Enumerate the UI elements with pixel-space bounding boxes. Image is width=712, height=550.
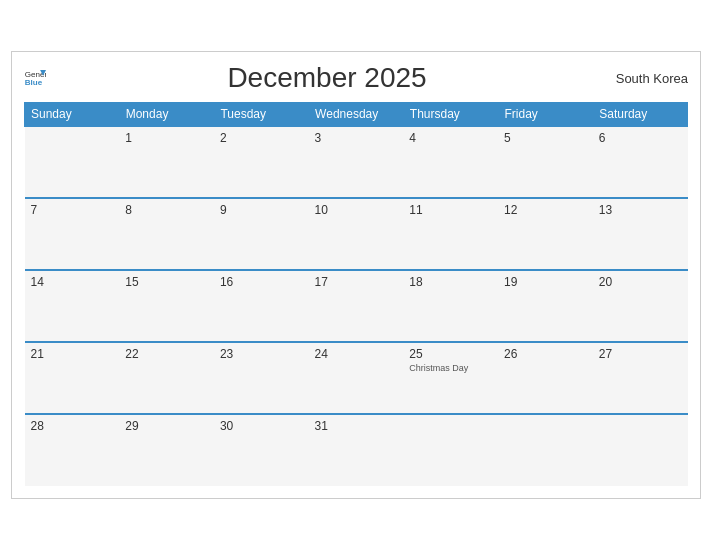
table-row: 19 [498,270,593,342]
day-number: 19 [504,275,587,289]
calendar-header: General Blue December 2025 South Korea [24,62,688,94]
day-number: 7 [31,203,114,217]
day-number: 6 [599,131,682,145]
table-row: 12 [498,198,593,270]
table-row: 25Christmas Day [403,342,498,414]
day-number: 31 [315,419,398,433]
table-row: 16 [214,270,309,342]
table-row: 1 [119,126,214,198]
calendar-header-row: Sunday Monday Tuesday Wednesday Thursday… [25,103,688,127]
table-row: 7 [25,198,120,270]
table-row: 29 [119,414,214,486]
day-number: 14 [31,275,114,289]
table-row: 14 [25,270,120,342]
holiday-label: Christmas Day [409,363,492,373]
table-row: 27 [593,342,688,414]
table-row: 9 [214,198,309,270]
col-thursday: Thursday [403,103,498,127]
day-number: 10 [315,203,398,217]
table-row: 11 [403,198,498,270]
day-number: 2 [220,131,303,145]
table-row [403,414,498,486]
col-saturday: Saturday [593,103,688,127]
day-number: 4 [409,131,492,145]
day-number: 1 [125,131,208,145]
table-row [593,414,688,486]
day-number: 13 [599,203,682,217]
table-row: 23 [214,342,309,414]
calendar-body: 1234567891011121314151617181920212223242… [25,126,688,486]
day-number: 11 [409,203,492,217]
day-number: 20 [599,275,682,289]
table-row: 6 [593,126,688,198]
col-tuesday: Tuesday [214,103,309,127]
table-row: 18 [403,270,498,342]
table-row: 28 [25,414,120,486]
day-number: 17 [315,275,398,289]
table-row: 5 [498,126,593,198]
day-number: 30 [220,419,303,433]
day-number: 25 [409,347,492,361]
day-number: 23 [220,347,303,361]
day-number: 21 [31,347,114,361]
day-number: 27 [599,347,682,361]
col-sunday: Sunday [25,103,120,127]
table-row: 8 [119,198,214,270]
table-row: 26 [498,342,593,414]
table-row: 15 [119,270,214,342]
day-number: 24 [315,347,398,361]
table-row: 2 [214,126,309,198]
country-label: South Korea [608,71,688,86]
logo-icon: General Blue [24,67,46,89]
col-wednesday: Wednesday [309,103,404,127]
table-row: 22 [119,342,214,414]
table-row: 17 [309,270,404,342]
logo: General Blue [24,67,46,89]
day-number: 26 [504,347,587,361]
table-row: 24 [309,342,404,414]
day-number: 22 [125,347,208,361]
day-number: 15 [125,275,208,289]
calendar-container: General Blue December 2025 South Korea S… [11,51,701,499]
table-row: 20 [593,270,688,342]
table-row: 13 [593,198,688,270]
day-number: 16 [220,275,303,289]
day-number: 12 [504,203,587,217]
day-number: 3 [315,131,398,145]
table-row: 10 [309,198,404,270]
table-row: 31 [309,414,404,486]
calendar-grid: Sunday Monday Tuesday Wednesday Thursday… [24,102,688,486]
day-number: 29 [125,419,208,433]
month-title: December 2025 [46,62,608,94]
table-row [25,126,120,198]
table-row: 30 [214,414,309,486]
table-row: 21 [25,342,120,414]
day-number: 9 [220,203,303,217]
table-row: 3 [309,126,404,198]
svg-text:Blue: Blue [25,78,43,87]
day-number: 8 [125,203,208,217]
col-monday: Monday [119,103,214,127]
col-friday: Friday [498,103,593,127]
table-row [498,414,593,486]
day-number: 18 [409,275,492,289]
day-number: 5 [504,131,587,145]
day-number: 28 [31,419,114,433]
table-row: 4 [403,126,498,198]
